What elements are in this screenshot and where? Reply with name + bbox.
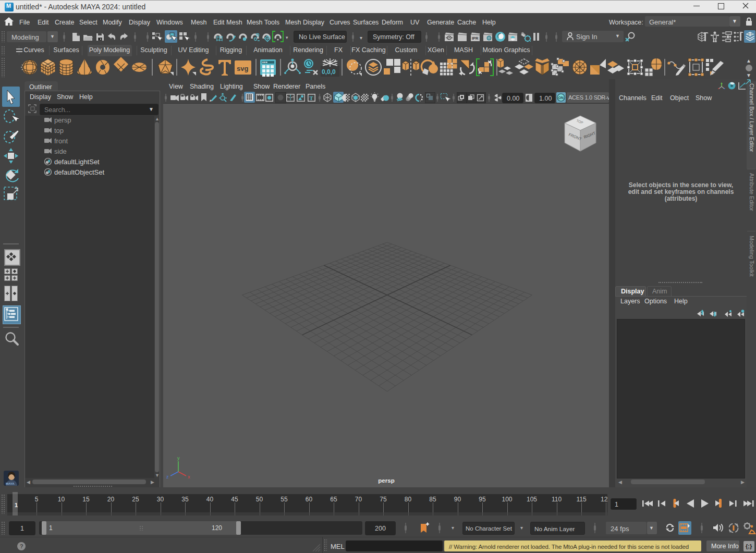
svg-text:y: y	[177, 456, 180, 461]
svg-text:IPR: IPR	[472, 36, 479, 41]
svg-text:MAYA: MAYA	[6, 482, 15, 485]
svg-text:svg: svg	[237, 65, 248, 72]
svg-text:z: z	[166, 474, 169, 480]
svg-text:ON: ON	[558, 96, 564, 100]
svg-text:0,0,0: 0,0,0	[322, 68, 336, 76]
svg-text:x: x	[188, 474, 190, 480]
svg-text:T: T	[310, 95, 313, 101]
